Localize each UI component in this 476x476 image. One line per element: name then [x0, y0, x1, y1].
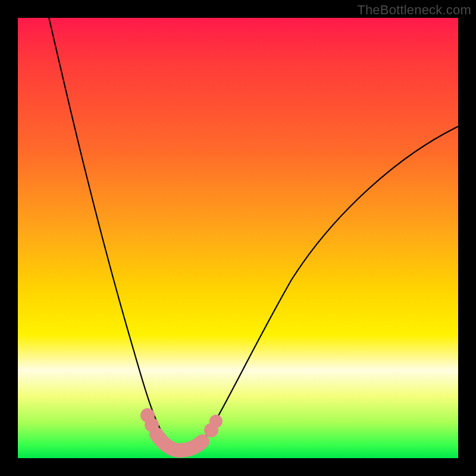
minimum-highlight: [156, 434, 202, 450]
plot-area: [18, 18, 458, 458]
minimum-highlight-dot: [145, 418, 159, 432]
chart-frame: TheBottleneck.com: [0, 0, 476, 476]
watermark-text: TheBottleneck.com: [357, 2, 471, 18]
minimum-highlight-dot: [209, 415, 223, 428]
bottleneck-curve: [48, 18, 458, 451]
curve-layer: [18, 18, 458, 458]
